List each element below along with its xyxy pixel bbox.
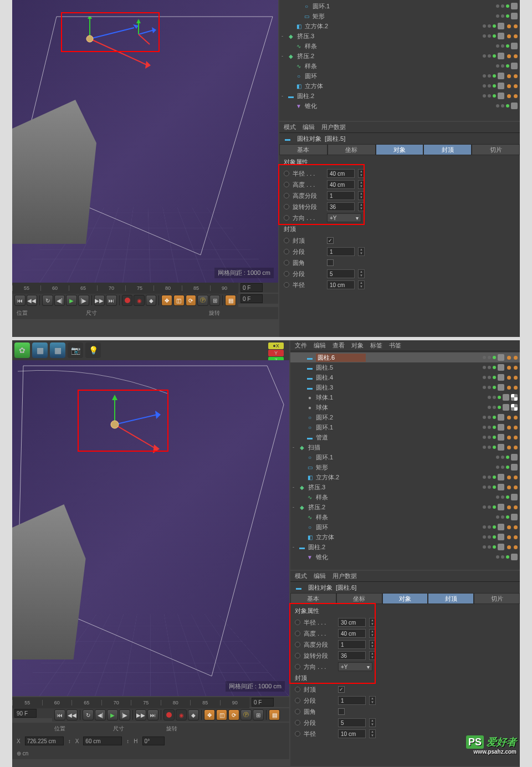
material-tag-icon[interactable] [507,366,511,370]
anim-dot[interactable] [284,282,289,288]
expander-icon[interactable] [300,464,306,470]
loop-button[interactable]: ↻ [83,709,94,720]
dropdown[interactable]: +Y▾ [338,662,372,671]
checkbox[interactable]: ✓ [327,237,334,244]
visibility-dot[interactable] [488,74,491,78]
anim-dot[interactable] [284,193,289,198]
tree-item[interactable]: ◧立方体 [290,532,520,542]
material-tag-icon[interactable] [507,386,511,390]
tag-icon[interactable] [511,494,518,500]
loop-button[interactable]: ↻ [42,295,53,306]
spinner[interactable]: ▲▼ [369,696,376,705]
material-tag-icon[interactable] [507,74,511,78]
frame-current-input[interactable] [14,709,37,718]
value-input[interactable]: 36 [338,651,366,660]
visibility-dot[interactable] [488,505,491,509]
menu-item[interactable]: 标签 [370,341,382,350]
value-input[interactable]: 1 [327,191,355,200]
expander-icon[interactable] [300,434,306,440]
tree-item[interactable]: ○圆环 [290,522,520,532]
point-key-button[interactable]: ⊞ [253,709,264,720]
material-tag-icon[interactable] [507,376,511,380]
expander-icon[interactable] [289,73,295,79]
tree-item[interactable]: ○圆环.1 [290,452,520,462]
visibility-dot[interactable] [501,104,504,108]
material-tag-icon[interactable] [514,386,518,390]
move-key-button[interactable]: ✥ [204,709,215,720]
attribute-manager[interactable]: 模式编辑用户数据 ▬圆柱对象 [圆柱.5] 基本坐标对象封顶切片 对象属性 半径… [279,122,520,337]
visibility-dot[interactable] [493,406,496,409]
visibility-dot[interactable] [488,386,491,389]
play-button[interactable]: ▶ [66,295,77,306]
tree-item[interactable]: ○圆环.1 [279,1,520,11]
tab-封顶[interactable]: 封顶 [428,593,474,604]
visibility-dot[interactable] [506,515,509,519]
visibility-dot[interactable] [493,545,496,549]
expander-icon[interactable] [300,454,306,460]
tree-item[interactable]: ∿样条 [279,41,520,51]
material-tag-icon[interactable] [514,34,518,38]
anim-dot[interactable] [295,620,300,625]
visibility-dot[interactable] [483,446,486,449]
anim-dot[interactable] [284,271,289,277]
tag-icon[interactable] [498,23,504,29]
tree-item[interactable]: ○圆环.2 [290,412,520,422]
visibility-dot[interactable] [496,4,499,8]
visibility-dot[interactable] [488,356,491,359]
tag-icon[interactable] [511,13,518,19]
menu-item[interactable]: 用户数据 [321,123,346,131]
visibility-dot[interactable] [483,535,486,539]
scale-key-button[interactable]: ◫ [216,709,227,720]
expander-icon[interactable]: - [293,504,298,510]
visibility-dot[interactable] [496,104,499,108]
goto-end-button[interactable]: ⏭ [106,295,117,306]
record-button[interactable] [163,709,175,720]
material-tag-icon[interactable] [514,356,518,360]
expander-icon[interactable]: - [282,93,287,99]
checker-tag-icon[interactable] [511,404,518,411]
expander-icon[interactable]: - [282,33,287,39]
visibility-dot[interactable] [493,54,496,58]
spinner[interactable]: ▲▼ [369,651,376,660]
step-back-button[interactable]: ◀| [54,295,65,306]
timeline-ruler[interactable]: 5560657075808590 [12,697,249,708]
filmstrip-button[interactable]: ▤ [269,709,280,720]
tag-icon[interactable] [498,364,504,371]
rotate-key-button[interactable]: ⟳ [186,295,197,306]
visibility-dot[interactable] [493,396,496,399]
tag-icon[interactable] [498,424,504,431]
expander-icon[interactable] [300,355,306,360]
tree-item[interactable]: -▬圆柱.2 [290,542,520,552]
visibility-dot[interactable] [506,104,509,108]
value-input[interactable]: 40 cm [338,629,366,638]
visibility-dot[interactable] [493,376,496,379]
visibility-dot[interactable] [488,416,491,419]
scale-key-button[interactable]: ◫ [173,295,185,306]
material-tag-icon[interactable] [507,475,511,479]
tree-item[interactable]: ●球体 [290,402,520,412]
tag-icon[interactable] [498,534,504,540]
material-tag-icon[interactable] [507,535,511,539]
visibility-dot[interactable] [488,475,491,479]
autokey-button[interactable]: ◉ [176,709,187,720]
value-input[interactable]: 10 cm [338,729,366,738]
tab-对象[interactable]: 对象 [382,593,428,604]
visibility-dot[interactable] [493,94,496,98]
spinner[interactable]: ▲▼ [358,280,365,289]
material-tag-icon[interactable] [514,366,518,370]
spinner[interactable]: ▲▼ [369,640,376,649]
visibility-dot[interactable] [501,44,504,48]
visibility-dot[interactable] [488,54,491,58]
expander-icon[interactable] [300,554,306,560]
value-input[interactable]: 1 [338,640,366,649]
tag-icon[interactable] [498,33,504,39]
material-tag-icon[interactable] [507,34,511,38]
tab-基本[interactable]: 基本 [279,144,328,155]
tag-icon[interactable] [498,384,504,391]
material-tag-icon[interactable] [507,24,511,28]
visibility-dot[interactable] [483,356,486,359]
visibility-dot[interactable] [493,24,496,28]
tree-item[interactable]: ◧立方体.2 [279,21,520,31]
menu-item[interactable]: 模式 [284,123,296,131]
tag-icon[interactable] [511,43,518,49]
